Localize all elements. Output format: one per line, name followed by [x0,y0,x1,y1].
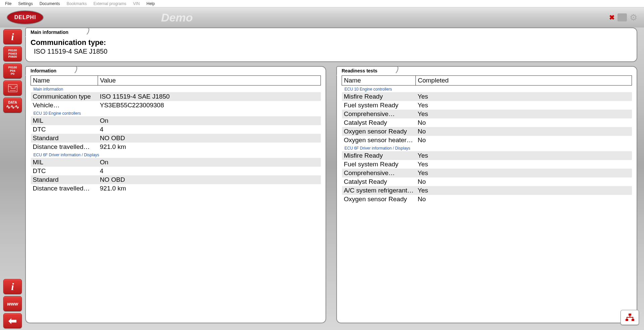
row-value: 921.0 km [98,184,321,193]
row-name: Distance travelled… [31,143,98,151]
table-row[interactable]: StandardNO OBD [31,134,321,143]
table-row[interactable]: Communication typeISO 11519-4 SAE J1850 [31,92,321,101]
sidebar-dtc2-button[interactable]: P0100 P04 P0 [3,63,22,78]
information-table: Name Value Main informationCommunication… [31,75,321,193]
sidebar-dtc-button[interactable]: P0100 P0403 P0600 [3,46,22,61]
svg-rect-1 [629,314,631,316]
menu-file[interactable]: File [2,1,15,6]
row-value: Yes [416,101,632,110]
sidebar-www-button[interactable]: www [3,296,22,311]
menu-help[interactable]: Help [143,1,158,6]
close-icon[interactable]: ✖ [609,13,615,21]
row-value: Yes [416,186,632,195]
sidebar-back-button[interactable]: ⬅ [3,313,22,328]
row-value: ISO 11519-4 SAE J1850 [98,92,321,101]
group-header: Main information [31,86,321,93]
readiness-col-name[interactable]: Name [342,76,416,86]
group-header: ECU 10 Engine controllers [31,110,321,116]
row-name: Oxygen sensor Ready [342,195,416,204]
row-value: No [416,177,632,186]
row-value: 4 [98,167,321,175]
table-row[interactable]: StandardNO OBD [31,175,321,184]
table-row[interactable]: Catalyst ReadyNo [342,177,632,186]
info-col-name[interactable]: Name [31,76,98,86]
row-name: Standard [31,134,98,143]
info-col-value[interactable]: Value [98,76,321,86]
menubar: File Settings Documents Bookmarks Extern… [0,0,644,7]
row-value: No [416,127,632,136]
sidebar-help-button[interactable]: i [3,279,22,294]
table-row[interactable]: Fuel system ReadyYes [342,101,632,110]
table-row[interactable]: DTC4 [31,125,321,134]
sidebar-data-button[interactable]: DATA ∿∿∿ [3,98,22,113]
circuit-icon [8,84,18,93]
calendar-icon[interactable] [617,13,627,21]
table-row[interactable]: A/C system refrigerant…Yes [342,186,632,195]
row-name: Comprehensive… [342,169,416,177]
row-value: On [98,116,321,125]
row-value: 921.0 km [98,143,321,151]
information-panel: Information Name Value Main informationC… [25,66,326,323]
menu-vin[interactable]: VIN [130,1,143,6]
row-name: Oxygen sensor Ready [342,127,416,136]
sidebar-info-button[interactable]: i [3,29,22,44]
table-row[interactable]: Oxygen sensor ReadyNo [342,195,632,204]
readiness-col-completed[interactable]: Completed [416,76,632,86]
row-name: Catalyst Ready [342,118,416,127]
row-name: MIL [31,158,98,167]
row-value: NO OBD [98,134,321,143]
table-row[interactable]: Comprehensive…Yes [342,110,632,118]
table-row[interactable]: Comprehensive…Yes [342,169,632,177]
row-value: No [416,118,632,127]
row-value: 4 [98,125,321,134]
row-name: Comprehensive… [342,110,416,118]
row-name: Vehicle… [31,101,98,110]
menu-settings[interactable]: Settings [15,1,36,6]
flowchart-icon [625,313,635,322]
row-name: Distance travelled… [31,184,98,193]
readiness-panel: Readiness tests Name Completed ECU 10 En… [336,66,637,323]
comm-type-label: Communication type: [31,38,632,47]
svg-rect-2 [626,319,628,321]
menu-external[interactable]: External programs [90,1,130,6]
row-name: Fuel system Ready [342,101,416,110]
table-row[interactable]: Fuel system ReadyYes [342,160,632,169]
sidebar-diag-button[interactable] [3,80,22,96]
row-value: Yes [416,169,632,177]
menu-documents[interactable]: Documents [36,1,63,6]
row-value: Yes [416,151,632,160]
row-value: Yes [416,92,632,101]
flowchart-button[interactable] [621,310,639,325]
row-value: Yes [416,160,632,169]
row-value: On [98,158,321,167]
svg-rect-3 [632,319,634,321]
data-label: DATA [6,101,19,104]
row-name: Communication type [31,92,98,101]
table-row[interactable]: DTC4 [31,167,321,175]
table-row[interactable]: Misfire ReadyYes [342,92,632,101]
table-row[interactable]: Catalyst ReadyNo [342,118,632,127]
topbar: DELPHI Demo ✖ ⚙ [0,7,644,28]
row-name: Misfire Ready [342,151,416,160]
group-header: ECU 6F Driver information / Displays [342,145,632,151]
menu-bookmarks[interactable]: Bookmarks [63,1,90,6]
readiness-tab: Readiness tests [336,66,398,75]
table-row[interactable]: Distance travelled…921.0 km [31,184,321,193]
table-row[interactable]: Oxygen sensor heater…No [342,136,632,145]
table-row[interactable]: Misfire ReadyYes [342,151,632,160]
table-row[interactable]: MILOn [31,116,321,125]
row-name: Fuel system Ready [342,160,416,169]
row-name: Oxygen sensor heater… [342,136,416,145]
main-info-panel: Main information Communication type: ISO… [25,28,637,62]
table-row[interactable]: Vehicle…YS3EB55C223009308 [31,101,321,110]
demo-watermark: Demo [161,11,193,24]
group-header: ECU 10 Engine controllers [342,86,632,93]
delphi-logo: DELPHI [7,10,44,24]
table-row[interactable]: MILOn [31,158,321,167]
table-row[interactable]: Oxygen sensor ReadyNo [342,127,632,136]
table-row[interactable]: Distance travelled…921.0 km [31,143,321,151]
information-tab: Information [25,66,77,75]
gear-icon[interactable]: ⚙ [630,12,637,23]
row-name: Misfire Ready [342,92,416,101]
row-value: Yes [416,110,632,118]
